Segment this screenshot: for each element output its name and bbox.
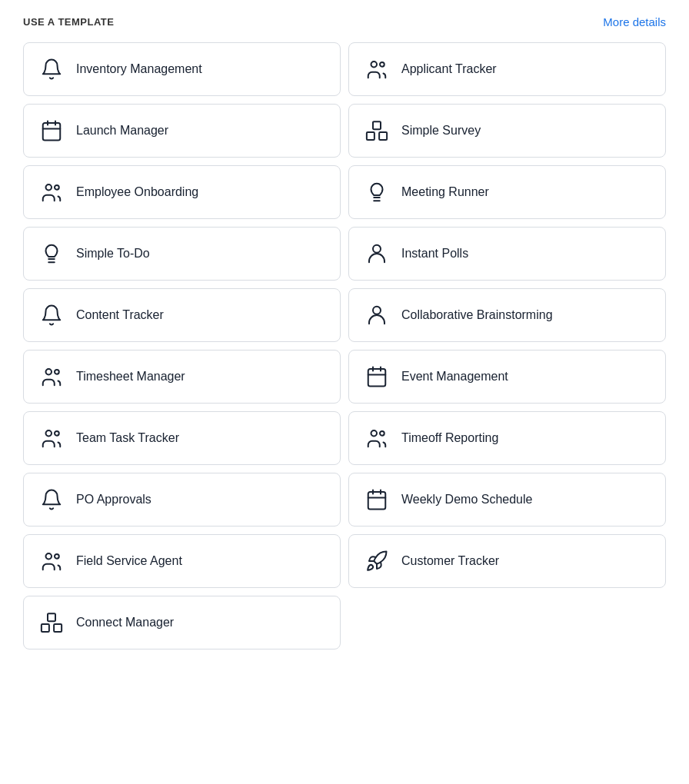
svg-rect-16 [367,132,374,140]
template-label-team-task-tracker: Team Task Tracker [76,430,179,447]
template-card-field-service-agent[interactable]: Field Service Agent [23,534,341,588]
svg-rect-35 [368,492,386,510]
people-icon [38,547,65,575]
template-label-po-approvals: PO Approvals [76,492,151,508]
svg-point-34 [380,431,384,436]
bell-icon [38,301,65,329]
template-label-simple-todo: Simple To-Do [76,246,150,262]
svg-point-11 [380,62,384,67]
template-label-launch-manager: Launch Manager [76,123,168,139]
template-card-timesheet-manager[interactable]: Timesheet Manager [23,350,341,404]
template-card-instant-polls[interactable]: Instant Polls [348,227,666,281]
svg-point-33 [371,430,378,437]
svg-rect-18 [373,121,381,129]
template-card-meeting-runner[interactable]: Meeting Runner [348,165,666,219]
template-label-instant-polls: Instant Polls [401,246,468,262]
template-card-launch-manager[interactable]: Launch Manager [23,104,341,158]
calendar-icon [38,117,65,145]
more-details-link[interactable]: More details [603,15,666,28]
template-label-employee-onboarding: Employee Onboarding [76,184,198,201]
people-icon [363,55,391,83]
section-title: USE A TEMPLATE [23,16,114,28]
template-label-field-service-agent: Field Service Agent [76,553,182,570]
template-label-applicant-tracker: Applicant Tracker [401,61,497,78]
svg-rect-41 [42,624,49,632]
template-label-simple-survey: Simple Survey [401,123,481,139]
template-header: USE A TEMPLATE More details [23,15,666,28]
bulb-icon [38,240,65,267]
template-card-team-task-tracker[interactable]: Team Task Tracker [23,411,341,465]
svg-point-31 [46,430,52,437]
people-icon [363,424,391,452]
svg-point-40 [55,554,59,559]
svg-rect-27 [368,369,386,387]
template-label-timesheet-manager: Timesheet Manager [76,369,185,385]
template-label-weekly-demo-schedule: Weekly Demo Schedule [401,492,532,508]
svg-point-23 [373,245,381,253]
template-card-connect-manager[interactable]: Connect Manager [23,596,341,649]
template-card-po-approvals[interactable]: PO Approvals [23,473,341,527]
template-label-timeoff-reporting: Timeoff Reporting [401,430,498,447]
template-card-employee-onboarding[interactable]: Employee Onboarding [23,165,341,219]
template-card-timeoff-reporting[interactable]: Timeoff Reporting [348,411,666,465]
svg-rect-12 [43,123,61,141]
template-grid: Inventory ManagementApplicant TrackerLau… [23,42,666,649]
svg-rect-42 [54,624,62,632]
rocket-icon [363,547,391,575]
template-label-meeting-runner: Meeting Runner [401,184,489,201]
template-card-applicant-tracker[interactable]: Applicant Tracker [348,42,666,96]
template-card-customer-tracker[interactable]: Customer Tracker [348,534,666,588]
template-card-simple-survey[interactable]: Simple Survey [348,104,666,158]
template-card-collaborative-brainstorming[interactable]: Collaborative Brainstorming [348,288,666,342]
bulb-icon [363,178,391,206]
template-card-event-management[interactable]: Event Management [348,350,666,404]
people-icon [38,363,65,390]
template-label-content-tracker: Content Tracker [76,307,164,324]
template-card-inventory-management[interactable]: Inventory Management [23,42,341,96]
bell-icon [38,55,65,83]
template-label-connect-manager: Connect Manager [76,615,174,631]
svg-point-32 [55,431,59,436]
people-icon [38,178,65,206]
svg-point-20 [55,185,59,190]
svg-rect-43 [48,613,55,621]
template-label-customer-tracker: Customer Tracker [401,553,499,570]
person-icon [363,240,391,267]
svg-point-25 [46,369,52,375]
template-card-weekly-demo-schedule[interactable]: Weekly Demo Schedule [348,473,666,527]
calendar-icon [363,486,391,513]
svg-point-19 [46,184,52,191]
template-card-simple-todo[interactable]: Simple To-Do [23,227,341,281]
calendar-icon [363,363,391,390]
bell-icon [38,486,65,513]
svg-point-26 [55,370,59,374]
people-icon [38,424,65,452]
svg-rect-17 [379,132,387,140]
svg-point-24 [373,307,381,314]
template-label-event-management: Event Management [401,369,508,385]
template-label-inventory-management: Inventory Management [76,61,202,78]
template-card-content-tracker[interactable]: Content Tracker [23,288,341,342]
template-label-collaborative-brainstorming: Collaborative Brainstorming [401,307,553,324]
person-icon [363,301,391,329]
svg-point-10 [371,61,378,68]
cubes-icon [363,117,391,145]
cubes-icon [38,609,65,636]
svg-point-39 [46,553,52,560]
